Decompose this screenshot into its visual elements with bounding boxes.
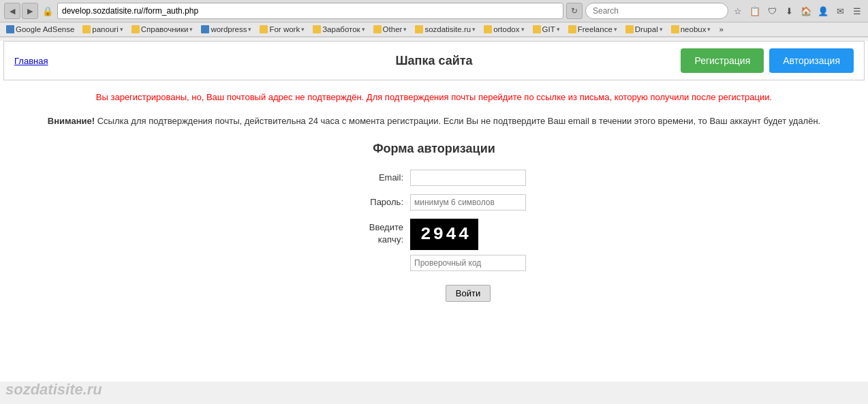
bookmark-label: Other [383, 25, 403, 33]
bookmark-label: neobux [681, 25, 707, 33]
bookmark-favicon [6, 25, 14, 33]
browser-toolbar: ◀ ▶ 🔒 ↻ ☆ 📋 🛡 ⬇ 🏠 👤 ✉ ☰ [0, 0, 868, 22]
bookmark-freelance[interactable]: Freelance ▾ [565, 24, 621, 35]
chevron-down-icon: ▾ [403, 26, 407, 33]
bookmark-label: GIT [542, 25, 555, 33]
captcha-label: Введите капчу: [342, 219, 403, 246]
password-row: Пароль: [342, 194, 526, 211]
captcha-row: Введите капчу: 2944 [342, 219, 526, 271]
reader-icon[interactable]: 📋 [748, 4, 762, 18]
bookmark-favicon [568, 25, 576, 33]
bookmark-neobux[interactable]: neobux ▾ [668, 24, 715, 35]
bookmark-google-adsense[interactable]: Google AdSense [3, 24, 78, 35]
bookmark-favicon [671, 25, 679, 33]
bookmark-zarabotok[interactable]: Заработок ▾ [309, 24, 368, 35]
form-container: Форма авторизации Email: Пароль: Введите… [0, 138, 868, 324]
bookmark-favicon [533, 25, 541, 33]
bookmark-label: ortodox [493, 25, 519, 33]
email-label: Email: [342, 170, 403, 183]
forward-button[interactable]: ▶ [22, 3, 38, 19]
bookmark-label: Freelance [578, 25, 613, 33]
chevron-down-icon: ▾ [472, 26, 476, 33]
bookmark-favicon [313, 25, 321, 33]
chevron-down-icon: ▾ [189, 26, 193, 33]
bookmark-more[interactable]: » [715, 24, 726, 35]
bookmark-label: For work [269, 25, 300, 33]
bookmark-label: Заработок [322, 25, 360, 33]
bookmark-favicon [201, 25, 209, 33]
chevron-down-icon: ▾ [248, 26, 251, 33]
chevron-down-icon: ▾ [120, 26, 123, 33]
bookmark-other[interactable]: Other ▾ [370, 24, 411, 35]
bookmark-for-work[interactable]: For work ▾ [256, 24, 308, 35]
email-row: Email: [342, 170, 526, 186]
bookmark-favicon [484, 25, 492, 33]
bookmark-wordpress[interactable]: wordpress ▾ [198, 24, 255, 35]
login-button[interactable]: Войти [446, 285, 491, 302]
home-link[interactable]: Главная [14, 56, 48, 66]
bookmark-favicon [260, 25, 268, 33]
chevron-down-icon: ▾ [362, 26, 365, 33]
bookmark-drupal[interactable]: Drupal ▾ [622, 24, 666, 35]
home-icon[interactable]: 🏠 [799, 4, 813, 18]
bookmark-label: Drupal [635, 25, 658, 33]
bookmark-ortodox[interactable]: ortodox ▾ [480, 24, 527, 35]
nav-buttons: ◀ ▶ [4, 3, 38, 19]
bookmark-favicon [82, 25, 91, 33]
user-icon[interactable]: 👤 [816, 4, 830, 18]
chevron-down-icon: ▾ [660, 26, 663, 33]
address-bar[interactable] [57, 3, 563, 19]
bookmark-label: sozdatisite.ru [424, 25, 471, 33]
bookmark-sozdatisite[interactable]: sozdatisite.ru ▾ [412, 24, 479, 35]
reload-button[interactable]: ↻ [566, 3, 583, 19]
captcha-section: 2944 [410, 219, 526, 271]
bookmark-label: panouri [92, 25, 118, 33]
bookmark-favicon [625, 25, 634, 33]
form-title: Форма авторизации [373, 142, 495, 156]
site-watermark: sozdatisite.ru [5, 381, 102, 382]
search-input[interactable] [585, 3, 728, 19]
auth-button[interactable]: Авторизация [769, 48, 854, 73]
download-icon[interactable]: ⬇ [782, 4, 796, 18]
warning-text: Ссылка для подтверждения почты, действит… [95, 116, 820, 126]
browser-chrome: ◀ ▶ 🔒 ↻ ☆ 📋 🛡 ⬇ 🏠 👤 ✉ ☰ Google AdSense p… [0, 0, 868, 37]
password-field[interactable] [410, 194, 526, 211]
shield-icon[interactable]: 🛡 [765, 4, 779, 18]
page-content: Главная Шапка сайта Регистрация Авториза… [0, 41, 868, 382]
bookmark-panouri[interactable]: panouri ▾ [79, 24, 126, 35]
chevron-down-icon: ▾ [521, 26, 525, 33]
bookmark-label: Google AdSense [16, 25, 74, 33]
chevron-down-icon: ▾ [301, 26, 305, 33]
register-button[interactable]: Регистрация [681, 48, 764, 73]
bookmark-favicon [131, 25, 140, 33]
captcha-input[interactable] [410, 255, 526, 271]
chevron-down-icon: ▾ [707, 26, 711, 33]
menu-icon[interactable]: ☰ [850, 4, 864, 18]
site-header: Главная Шапка сайта Регистрация Авториза… [3, 41, 865, 80]
bookmark-label: Справочники [141, 25, 189, 33]
email-field[interactable] [410, 170, 526, 186]
alert-warning: Внимание! Ссылка для подтверждения почты… [0, 111, 868, 139]
site-title: Шапка сайта [395, 54, 472, 68]
submit-row: Войти [377, 285, 491, 302]
bookmark-star-icon[interactable]: ☆ [731, 4, 745, 18]
alert-info: Вы зарегистрированы, но, Ваш почтовый ад… [0, 84, 868, 111]
captcha-image: 2944 [410, 219, 478, 250]
warning-bold: Внимание! [48, 116, 95, 126]
bookmarks-bar: Google AdSense panouri ▾ Справочники ▾ w… [0, 22, 868, 37]
back-button[interactable]: ◀ [4, 3, 20, 19]
bookmark-spravochniki[interactable]: Справочники ▾ [128, 24, 197, 35]
bookmark-favicon [415, 25, 423, 33]
browser-icons: ☆ 📋 🛡 ⬇ 🏠 👤 ✉ ☰ [731, 4, 864, 18]
header-buttons: Регистрация Авторизация [681, 48, 854, 73]
bookmark-git[interactable]: GIT ▾ [529, 24, 563, 35]
lock-icon: 🔒 [41, 4, 55, 18]
bookmark-more-label: » [719, 25, 723, 33]
bookmark-label: wordpress [211, 25, 247, 33]
bookmark-favicon [373, 25, 382, 33]
mail-icon[interactable]: ✉ [833, 4, 847, 18]
chevron-down-icon: ▾ [614, 26, 617, 33]
chevron-down-icon: ▾ [557, 26, 560, 33]
password-label: Пароль: [342, 194, 403, 207]
